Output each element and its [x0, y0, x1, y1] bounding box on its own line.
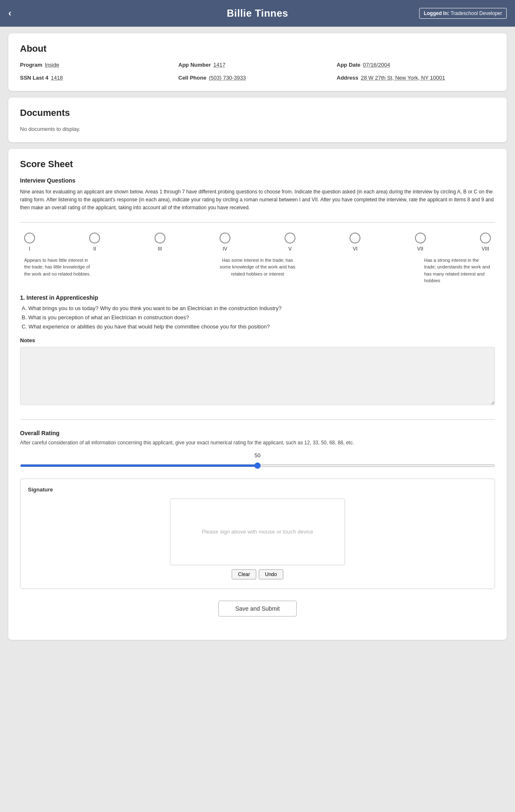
overall-rating-section: Overall Rating After careful considerati… [20, 430, 495, 469]
app-number-value: 1417 [213, 62, 225, 68]
page-title: Billie Tinnes [227, 8, 288, 19]
scale-option-VII[interactable]: VII [415, 233, 426, 252]
cell-phone-label: Cell Phone [178, 75, 206, 81]
cell-phone-value: (503) 730-3933 [209, 75, 246, 81]
scale-label-V: V [288, 246, 292, 252]
app-date-value: 07/16/2004 [363, 62, 390, 68]
scale-label-VII: VII [417, 246, 423, 252]
login-status: Logged In: Tradeschool Developer [419, 8, 507, 19]
back-button[interactable]: ‹ [8, 8, 11, 19]
app-number-label: App Number [178, 62, 211, 68]
scale-desc-center: Has some interest in the trade; has some… [216, 257, 299, 284]
score-sheet-card: Score Sheet Interview Questions Nine are… [8, 149, 507, 640]
divider-top [20, 222, 495, 223]
ssn-value: 1418 [51, 75, 63, 81]
scale-option-VIII[interactable]: VIII [480, 233, 491, 252]
about-ssn: SSN Last 4 1418 [20, 75, 178, 81]
no-documents-text: No documents to display. [20, 126, 495, 132]
scale-desc-right: Has a strong interest in the trade; unde… [424, 257, 491, 284]
notes-textarea[interactable] [20, 347, 495, 405]
scale-option-IV[interactable]: IV [220, 233, 230, 252]
signature-buttons: Clear Undo [232, 569, 283, 579]
scale-option-I[interactable]: I [24, 233, 35, 252]
about-cell-phone: Cell Phone (503) 730-3933 [178, 75, 337, 81]
about-fields: Program Inside App Number 1417 App Date … [20, 62, 495, 81]
overall-rating-title: Overall Rating [20, 430, 495, 436]
about-title: About [20, 43, 495, 54]
login-user: Tradeschool Developer [450, 10, 502, 16]
scale-desc-left: Appears to have little interest in the t… [24, 257, 91, 284]
scale-option-II[interactable]: II [89, 233, 100, 252]
notes-label: Notes [20, 337, 495, 343]
login-label: Logged In: [424, 10, 449, 16]
signature-placeholder: Please sign above with mouse or touch de… [202, 529, 313, 535]
radio-I[interactable] [24, 233, 35, 243]
question-section-title: 1. Interest in Apprenticeship [20, 294, 495, 301]
overall-rating-desc: After careful consideration of all infor… [20, 440, 495, 446]
score-sheet-description: Nine areas for evaluating an applicant a… [20, 188, 495, 212]
divider-bottom [20, 419, 495, 420]
about-program: Program Inside [20, 62, 178, 68]
radio-VII[interactable] [415, 233, 426, 243]
about-card: About Program Inside App Number 1417 App… [8, 33, 507, 91]
address-value: 28 W 27th St, New York, NY 10001 [361, 75, 445, 81]
radio-VIII[interactable] [480, 233, 491, 243]
scale-label-III: III [158, 246, 162, 252]
app-date-label: App Date [337, 62, 360, 68]
about-app-number: App Number 1417 [178, 62, 337, 68]
radio-II[interactable] [89, 233, 100, 243]
header: ‹ Billie Tinnes Logged In: Tradeschool D… [0, 0, 515, 27]
scale-label-IV: IV [222, 246, 227, 252]
scale-option-V[interactable]: V [285, 233, 295, 252]
scale-descriptions: Appears to have little interest in the t… [24, 257, 491, 284]
radio-III[interactable] [155, 233, 165, 243]
scale-label-VIII: VIII [482, 246, 489, 252]
slider-container [20, 461, 495, 469]
undo-button[interactable]: Undo [259, 569, 283, 579]
scale-option-VI[interactable]: VI [350, 233, 360, 252]
signature-canvas-area[interactable]: Please sign above with mouse or touch de… [170, 499, 345, 565]
score-sheet-title: Score Sheet [20, 159, 495, 170]
documents-title: Documents [20, 108, 495, 118]
address-label: Address [337, 75, 358, 81]
question-A: A. What brings you to us today? Why do y… [20, 305, 495, 311]
question-B: B. What is you perception of what an Ele… [20, 314, 495, 321]
overall-rating-slider[interactable] [20, 464, 495, 467]
signature-box: Signature Please sign above with mouse o… [20, 479, 495, 589]
about-app-date: App Date 07/16/2004 [337, 62, 495, 68]
scale-label-I: I [29, 246, 30, 252]
rating-scale: I II III IV V VI VII VIII [20, 233, 495, 252]
radio-V[interactable] [285, 233, 295, 243]
scale-option-III[interactable]: III [155, 233, 165, 252]
interview-questions-subtitle: Interview Questions [20, 177, 495, 184]
submit-row: Save and Submit [20, 601, 495, 617]
about-address: Address 28 W 27th St, New York, NY 10001 [337, 75, 495, 81]
radio-VI[interactable] [350, 233, 360, 243]
question-C: C. What experience or abilities do you h… [20, 323, 495, 330]
clear-button[interactable]: Clear [232, 569, 256, 579]
radio-IV[interactable] [220, 233, 230, 243]
save-submit-button[interactable]: Save and Submit [218, 601, 297, 617]
scale-label-II: II [93, 246, 96, 252]
program-value: Inside [45, 62, 59, 68]
ssn-label: SSN Last 4 [20, 75, 48, 81]
signature-title: Signature [28, 486, 487, 493]
slider-value-display: 50 [20, 452, 495, 459]
scale-label-VI: VI [353, 246, 358, 252]
documents-card: Documents No documents to display. [8, 98, 507, 142]
program-label: Program [20, 62, 42, 68]
